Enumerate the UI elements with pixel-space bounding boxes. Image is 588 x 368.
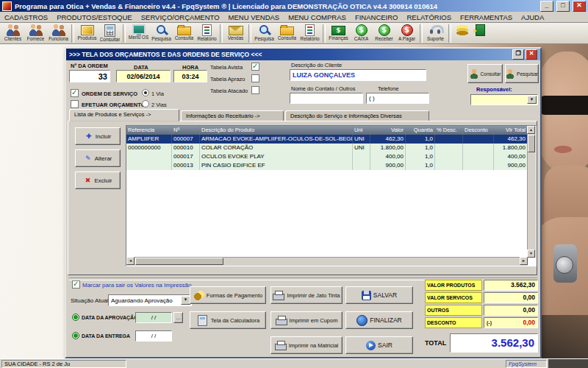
table-row[interactable]: 0000000000 000010 COLAR CORAÇÃO UNI 1.80… bbox=[126, 144, 528, 152]
grid-header[interactable]: Uni bbox=[353, 126, 370, 135]
consultar-button[interactable]: Consultar bbox=[467, 64, 503, 83]
imprimir-cupom-button[interactable]: Imprimir em Cupom bbox=[270, 311, 343, 329]
order-number-field[interactable]: 33 bbox=[69, 70, 110, 82]
menu-financeiro[interactable]: FINANCEIRO bbox=[351, 13, 403, 21]
toolbar-button-moeda[interactable] bbox=[453, 24, 471, 43]
tab-informacoes-receituario[interactable]: Informações do Receituário -> bbox=[181, 110, 284, 121]
grid-header[interactable]: % Desc. bbox=[435, 126, 463, 135]
tab-descricao-servico[interactable]: Descrição do Serviço e Informações Diver… bbox=[285, 110, 429, 121]
grid-header[interactable]: Nº bbox=[172, 126, 200, 135]
dollar-icon bbox=[356, 24, 368, 36]
print-values-checkbox[interactable] bbox=[72, 280, 80, 289]
responsible-dropdown[interactable] bbox=[470, 94, 538, 105]
toolbar-button-caixa[interactable]: CAIXA bbox=[350, 24, 373, 43]
toolbar-button-financas[interactable]: Finanças bbox=[327, 24, 350, 43]
phone-field[interactable]: ( ) bbox=[366, 93, 429, 104]
grid-header[interactable]: Referencia bbox=[126, 126, 172, 135]
data-aprovacao-field[interactable]: / / bbox=[135, 312, 172, 323]
client-name-field[interactable]: LUIZA GONÇALVES bbox=[290, 69, 426, 81]
toolbar-button-menu-os[interactable]: Menu OS bbox=[127, 24, 150, 43]
imprimir-jato-button[interactable]: Imprimir de Jato Tinta bbox=[270, 286, 343, 304]
via2-label: 2 Vias bbox=[151, 102, 167, 108]
ordem-servico-checkbox[interactable] bbox=[71, 89, 79, 97]
toolbar-button-suporte[interactable]: Suporte bbox=[424, 24, 447, 43]
menu-ajuda[interactable]: AJUDA bbox=[517, 13, 548, 21]
tab-lista-produtos[interactable]: Lista de Produtos e Serviços -> bbox=[69, 109, 179, 121]
toolbar-button-a-pagar[interactable]: A Pagar bbox=[395, 24, 418, 43]
dialog-close-button[interactable]: ✕ bbox=[526, 49, 537, 60]
tabela-atacado-checkbox[interactable] bbox=[251, 86, 259, 94]
menu-relatorios[interactable]: RELATÓRIOS bbox=[402, 13, 456, 21]
grid-header[interactable]: Desconto bbox=[463, 126, 494, 135]
toolbar-button-receber[interactable]: Receber bbox=[373, 24, 395, 43]
tabela-aprazo-checkbox[interactable] bbox=[251, 74, 259, 82]
menu-ferramentas[interactable]: FERRAMENTAS bbox=[456, 13, 517, 21]
toolbar-button-consulta-vendas[interactable]: Consulta bbox=[276, 24, 298, 43]
menu-produtos-estoque[interactable]: PRODUTOS/ESTOQUE bbox=[52, 13, 137, 21]
grid-header[interactable]: Quantia bbox=[406, 126, 435, 135]
scrollbar-thumb[interactable] bbox=[528, 135, 535, 152]
scroll-up-icon[interactable]: ▲ bbox=[527, 126, 535, 134]
minimize-button[interactable]: _ bbox=[540, 1, 553, 12]
scroll-right-icon[interactable]: ► bbox=[520, 257, 528, 265]
toolbar-separator bbox=[323, 24, 326, 43]
tabela-atacado-label: Tabela Atacado bbox=[210, 88, 248, 94]
salvar-button[interactable]: SALVAR bbox=[345, 286, 413, 304]
menu-menu-compras[interactable]: MENU COMPRAS bbox=[284, 13, 351, 21]
incluir-button[interactable]: ✚Incluir bbox=[75, 127, 121, 145]
toolbar-button-sair-app[interactable] bbox=[471, 24, 490, 43]
tabela-avista-checkbox[interactable] bbox=[251, 63, 259, 71]
grid-header[interactable]: Valor bbox=[370, 126, 406, 135]
toolbar-button-vendas[interactable]: Vendas bbox=[224, 24, 247, 43]
table-row[interactable]: AMPLIIFER 000007 ARMACAO EVOKE-AMPLIIFER… bbox=[126, 135, 528, 144]
menu-menu-vendas[interactable]: MENU VENDAS bbox=[224, 13, 284, 21]
dialog-restore-button[interactable]: ❐ bbox=[512, 49, 524, 60]
pesquisar-button[interactable]: Pesquisar bbox=[505, 64, 539, 83]
coins-icon bbox=[193, 290, 204, 300]
data-aprovacao-picker-button[interactable]: … bbox=[173, 312, 183, 323]
excluir-button[interactable]: ✖Excluir bbox=[75, 171, 121, 189]
alterar-button[interactable]: ✎Alterar bbox=[75, 149, 121, 167]
data-entrega-field[interactable]: / / bbox=[135, 330, 172, 342]
data-aprovacao-radio[interactable] bbox=[72, 314, 79, 321]
formas-pagamento-button[interactable]: Formas de Pagamento bbox=[190, 286, 266, 304]
toolbar-button-funcionarios[interactable]: Funciona bbox=[47, 24, 70, 43]
scroll-down-icon[interactable]: ▼ bbox=[527, 250, 535, 258]
dropdown-arrow-icon[interactable] bbox=[527, 96, 537, 104]
via1-radio[interactable] bbox=[142, 89, 149, 96]
situacao-dropdown[interactable]: Aguardando Aprovação bbox=[108, 294, 192, 306]
data-entrega-radio[interactable] bbox=[72, 332, 79, 339]
toolbar-button-clientes[interactable]: Clientes bbox=[1, 24, 24, 43]
scroll-left-icon[interactable]: ◄ bbox=[126, 257, 135, 265]
maximize-button[interactable]: □ bbox=[556, 1, 570, 12]
contact-field[interactable] bbox=[290, 93, 363, 104]
imprimir-matricial-button[interactable]: Imprimir na Matricial bbox=[270, 336, 343, 354]
via2-radio[interactable] bbox=[142, 100, 149, 107]
toolbar-button-relatorio-vendas[interactable]: Relatório bbox=[298, 24, 321, 43]
grid-header[interactable]: Vlr Total bbox=[494, 126, 528, 135]
suppliers-icon bbox=[28, 24, 44, 36]
toolbar-button-pesquisa-os[interactable]: Pesquisa bbox=[150, 24, 173, 43]
toolbar-button-consultar-produtos[interactable]: Consultar bbox=[98, 24, 121, 43]
scrollbar-thumb[interactable] bbox=[135, 258, 223, 265]
time-field[interactable]: 03:24 bbox=[173, 70, 207, 82]
menu-bar: CADASTROS PRODUTOS/ESTOQUE SERVIÇO/ORÇAM… bbox=[0, 12, 588, 23]
close-button[interactable]: ✕ bbox=[573, 1, 586, 12]
efetuar-orcamento-checkbox[interactable] bbox=[71, 100, 79, 108]
finalizar-button[interactable]: FINALIZAR bbox=[345, 311, 413, 329]
toolbar-button-produtos[interactable]: Produtos bbox=[76, 24, 98, 43]
grid-vertical-scrollbar[interactable]: ▲ ▼ bbox=[527, 126, 536, 258]
table-row[interactable]: 000013 PIN CASIO EDIFICE EF 900,00 1,0 9… bbox=[126, 161, 528, 170]
tela-calculadora-button[interactable]: Tela da Calculadora bbox=[190, 311, 266, 329]
sair-button[interactable]: SAIR bbox=[345, 336, 413, 354]
menu-servico-orcamento[interactable]: SERVIÇO/ORÇAMENTO bbox=[137, 13, 224, 21]
toolbar-button-consulta-os[interactable]: Consulta bbox=[173, 24, 196, 43]
grid-horizontal-scrollbar[interactable]: ◄ ► bbox=[126, 257, 528, 266]
menu-cadastros[interactable]: CADASTROS bbox=[0, 13, 52, 21]
toolbar-button-pesquisa-vendas[interactable]: Pesquisa bbox=[253, 24, 276, 43]
grid-header[interactable]: Descrição do Produto bbox=[200, 126, 353, 135]
date-field[interactable]: 02/06/2014 bbox=[116, 70, 171, 82]
table-row[interactable]: 000017 OCULOS EVOKE PLAY 400,00 1,0 400,… bbox=[126, 152, 528, 161]
toolbar-button-fornecedores[interactable]: Fornece bbox=[24, 24, 47, 43]
toolbar-button-relatorio-os[interactable]: Relatório bbox=[196, 24, 218, 43]
